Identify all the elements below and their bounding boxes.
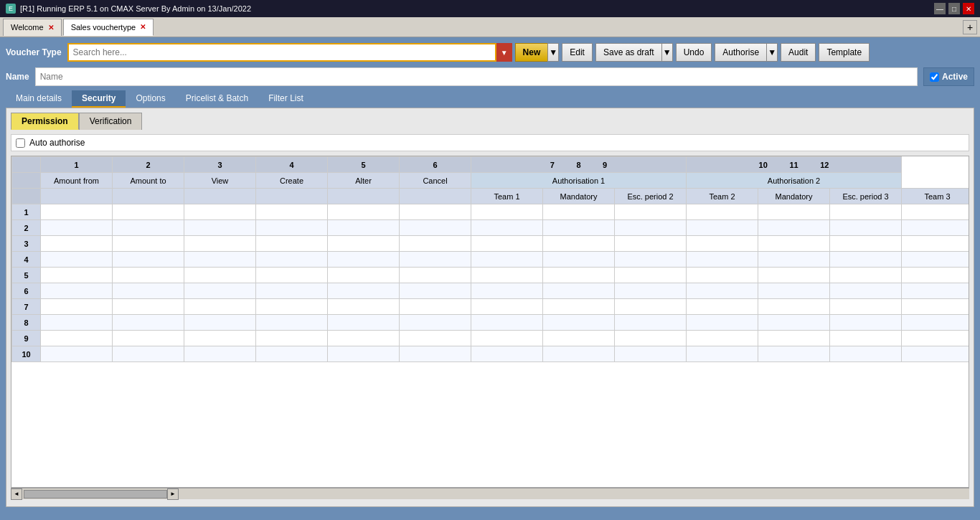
cell[interactable] <box>830 331 902 346</box>
cell[interactable] <box>902 268 970 283</box>
cell[interactable] <box>113 299 184 315</box>
cell[interactable] <box>615 315 687 331</box>
cell[interactable] <box>184 299 256 315</box>
cell[interactable] <box>543 331 615 346</box>
table-row[interactable]: 4 <box>12 252 970 268</box>
cell[interactable] <box>256 346 328 362</box>
cell[interactable] <box>830 268 902 283</box>
cell[interactable] <box>41 220 113 236</box>
cell[interactable] <box>471 331 543 346</box>
cell[interactable] <box>184 331 256 346</box>
cell[interactable] <box>615 268 687 283</box>
maximize-button[interactable]: □ <box>948 3 960 14</box>
cell[interactable] <box>400 283 471 299</box>
cell[interactable] <box>687 268 758 283</box>
cell[interactable] <box>400 299 471 315</box>
tab-options[interactable]: Options <box>126 90 175 108</box>
cell[interactable] <box>687 220 758 236</box>
cell[interactable] <box>184 252 256 268</box>
cell[interactable] <box>615 204 687 220</box>
cell[interactable] <box>328 283 400 299</box>
cell[interactable] <box>256 331 328 346</box>
cell[interactable] <box>184 204 256 220</box>
cell[interactable] <box>256 220 328 236</box>
cell[interactable] <box>113 331 184 346</box>
auto-authorise-checkbox[interactable] <box>16 138 25 148</box>
tab-add-button[interactable]: + <box>963 20 977 34</box>
table-row[interactable]: 7 <box>12 299 970 315</box>
cell[interactable] <box>400 331 471 346</box>
cell[interactable] <box>687 283 758 299</box>
cell[interactable] <box>471 220 543 236</box>
cell[interactable] <box>328 331 400 346</box>
cell[interactable] <box>328 204 400 220</box>
cell[interactable] <box>184 283 256 299</box>
cell[interactable] <box>758 220 830 236</box>
cell[interactable] <box>758 268 830 283</box>
edit-button[interactable]: Edit <box>562 43 593 62</box>
cell[interactable] <box>256 299 328 315</box>
new-button[interactable]: New <box>515 43 548 62</box>
cell[interactable] <box>328 268 400 283</box>
cell[interactable] <box>113 236 184 252</box>
table-row[interactable]: 9 <box>12 331 970 346</box>
cell[interactable] <box>687 331 758 346</box>
cell[interactable] <box>543 252 615 268</box>
cell[interactable] <box>902 204 970 220</box>
cell[interactable] <box>758 346 830 362</box>
cell[interactable] <box>543 299 615 315</box>
tab-main-details[interactable]: Main details <box>6 90 72 108</box>
cell[interactable] <box>830 204 902 220</box>
cell[interactable] <box>113 204 184 220</box>
cell[interactable] <box>41 299 113 315</box>
authorise-button[interactable]: Authorise <box>715 43 766 62</box>
search-dropdown-button[interactable]: ▼ <box>496 43 512 62</box>
cell[interactable] <box>256 283 328 299</box>
cell[interactable] <box>256 268 328 283</box>
scroll-thumb[interactable] <box>24 490 167 498</box>
cell[interactable] <box>328 315 400 331</box>
horizontal-scrollbar[interactable]: ◄ ► <box>11 488 969 499</box>
cell[interactable] <box>256 252 328 268</box>
cell[interactable] <box>471 283 543 299</box>
table-row[interactable]: 6 <box>12 283 970 299</box>
cell[interactable] <box>543 236 615 252</box>
cell[interactable] <box>687 315 758 331</box>
active-checkbox[interactable] <box>930 72 939 82</box>
cell[interactable] <box>184 315 256 331</box>
tab-sales-vouchertype[interactable]: Sales vouchertype ✕ <box>63 19 154 36</box>
cell[interactable] <box>400 204 471 220</box>
close-button[interactable]: ✕ <box>963 3 974 14</box>
audit-button[interactable]: Audit <box>781 43 816 62</box>
cell[interactable] <box>113 252 184 268</box>
table-row[interactable]: 2 <box>12 220 970 236</box>
cell[interactable] <box>758 283 830 299</box>
table-row[interactable]: 3 <box>12 236 970 252</box>
cell[interactable] <box>471 268 543 283</box>
save-draft-dropdown-arrow[interactable]: ▼ <box>661 43 673 62</box>
cell[interactable] <box>41 331 113 346</box>
tab-sales-close[interactable]: ✕ <box>140 23 146 31</box>
cell[interactable] <box>758 236 830 252</box>
undo-button[interactable]: Undo <box>676 43 712 62</box>
cell[interactable] <box>830 346 902 362</box>
cell[interactable] <box>113 315 184 331</box>
cell[interactable] <box>184 220 256 236</box>
cell[interactable] <box>41 252 113 268</box>
cell[interactable] <box>113 268 184 283</box>
cell[interactable] <box>41 268 113 283</box>
cell[interactable] <box>543 220 615 236</box>
minimize-button[interactable]: — <box>934 3 946 14</box>
cell[interactable] <box>41 236 113 252</box>
cell[interactable] <box>184 268 256 283</box>
cell[interactable] <box>687 252 758 268</box>
tab-welcome[interactable]: Welcome ✕ <box>3 19 62 36</box>
cell[interactable] <box>615 331 687 346</box>
cell[interactable] <box>328 252 400 268</box>
cell[interactable] <box>328 346 400 362</box>
cell[interactable] <box>41 283 113 299</box>
table-row[interactable]: 8 <box>12 315 970 331</box>
scroll-left-arrow[interactable]: ◄ <box>11 488 22 500</box>
tab-welcome-close[interactable]: ✕ <box>48 24 54 32</box>
cell[interactable] <box>615 346 687 362</box>
